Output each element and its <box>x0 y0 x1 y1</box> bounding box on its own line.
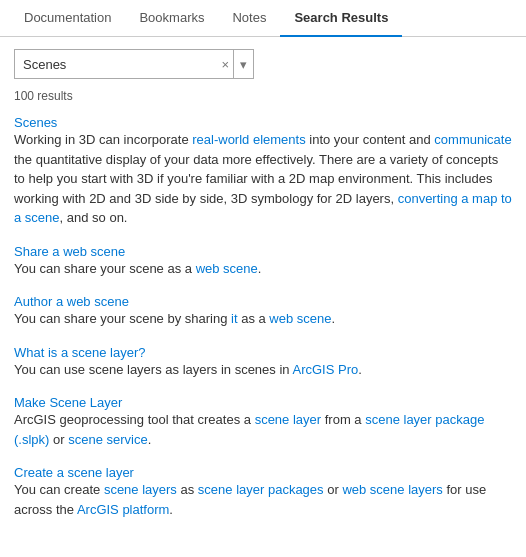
result-body-create-scene-layer: You can create scene layers as scene lay… <box>14 480 512 519</box>
result-body-scene-layer-what: You can use scene layers as layers in sc… <box>14 360 512 380</box>
search-dropdown-button[interactable]: ▾ <box>233 50 253 78</box>
link-converting[interactable]: converting a map to a scene <box>14 191 512 226</box>
tab-bar: Documentation Bookmarks Notes Search Res… <box>0 0 526 37</box>
result-author-web-scene: Author a web scene You can share your sc… <box>14 294 512 329</box>
tab-search-results[interactable]: Search Results <box>280 0 402 37</box>
result-count: 100 results <box>14 89 512 103</box>
result-title-scenes[interactable]: Scenes <box>14 115 57 130</box>
search-results-content: × ▾ 100 results Scenes Working in 3D can… <box>0 37 526 547</box>
result-title-create-scene-layer[interactable]: Create a scene layer <box>14 465 134 480</box>
link-it-author[interactable]: it <box>231 311 238 326</box>
link-scene-service[interactable]: scene service <box>68 432 147 447</box>
search-bar: × ▾ <box>14 49 254 79</box>
tab-notes[interactable]: Notes <box>218 0 280 37</box>
result-body-make-scene-layer: ArcGIS geoprocessing tool that creates a… <box>14 410 512 449</box>
link-real-world[interactable]: real-world elements <box>192 132 305 147</box>
result-make-scene-layer: Make Scene Layer ArcGIS geoprocessing to… <box>14 395 512 449</box>
result-title-author-web-scene[interactable]: Author a web scene <box>14 294 129 309</box>
tab-bookmarks[interactable]: Bookmarks <box>125 0 218 37</box>
result-title-share-web-scene[interactable]: Share a web scene <box>14 244 125 259</box>
link-arcgis-pro[interactable]: ArcGIS Pro <box>292 362 358 377</box>
result-share-web-scene: Share a web scene You can share your sce… <box>14 244 512 279</box>
result-body-author-web-scene: You can share your scene by sharing it a… <box>14 309 512 329</box>
result-scenes: Scenes Working in 3D can incorporate rea… <box>14 115 512 228</box>
tab-documentation[interactable]: Documentation <box>10 0 125 37</box>
link-web-scene-share[interactable]: web scene <box>196 261 258 276</box>
link-scene-layer-packages[interactable]: scene layer packages <box>198 482 324 497</box>
result-create-scene-layer: Create a scene layer You can create scen… <box>14 465 512 519</box>
search-input[interactable] <box>15 57 217 72</box>
result-title-make-scene-layer[interactable]: Make Scene Layer <box>14 395 122 410</box>
link-web-scene-author[interactable]: web scene <box>269 311 331 326</box>
result-body-share-web-scene: You can share your scene as a web scene. <box>14 259 512 279</box>
link-scene-layer-make[interactable]: scene layer <box>255 412 321 427</box>
search-clear-button[interactable]: × <box>217 57 233 72</box>
result-scene-layer-what: What is a scene layer? You can use scene… <box>14 345 512 380</box>
link-scene-layers-create[interactable]: scene layers <box>104 482 177 497</box>
link-arcgis-platform[interactable]: ArcGIS platform <box>77 502 169 517</box>
result-title-scene-layer-what[interactable]: What is a scene layer? <box>14 345 146 360</box>
link-web-scene-layers[interactable]: web scene layers <box>342 482 442 497</box>
result-body-scenes: Working in 3D can incorporate real-world… <box>14 130 512 228</box>
link-communicate[interactable]: communicate <box>434 132 511 147</box>
